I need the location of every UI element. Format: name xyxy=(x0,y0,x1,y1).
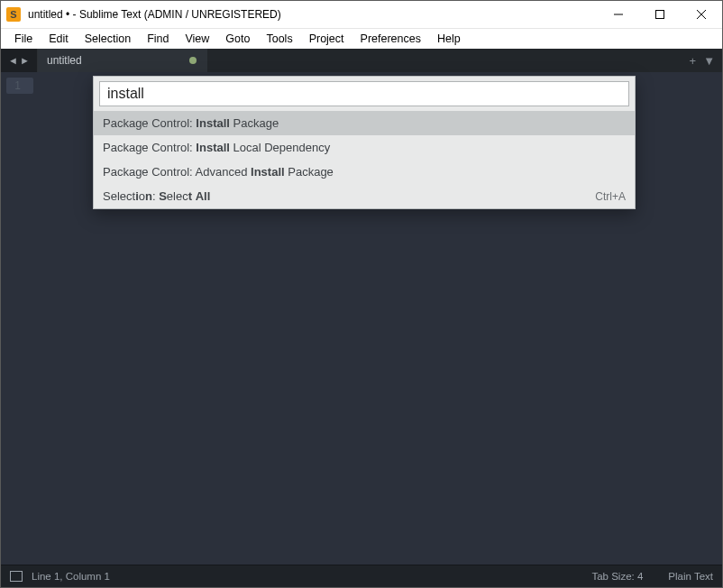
close-button[interactable] xyxy=(681,1,722,28)
maximize-button[interactable] xyxy=(639,1,681,28)
tabrow-right-controls: + ▼ xyxy=(682,49,722,72)
menu-project[interactable]: Project xyxy=(301,31,352,47)
status-left: Line 1, Column 1 xyxy=(10,571,110,582)
command-palette: Package Control: Install Package Package… xyxy=(93,76,636,209)
status-position[interactable]: Line 1, Column 1 xyxy=(32,571,110,582)
menu-file[interactable]: File xyxy=(6,31,41,47)
palette-input[interactable] xyxy=(99,81,629,106)
palette-list: Package Control: Install Package Package… xyxy=(94,111,635,208)
tab-label: untitled xyxy=(47,54,82,67)
dirty-indicator-icon xyxy=(189,57,197,64)
editor-area: 1 Package Control: Install Package Packa… xyxy=(1,72,722,565)
tabrow-spacer xyxy=(208,49,682,72)
app-icon xyxy=(6,7,21,22)
menu-selection[interactable]: Selection xyxy=(77,31,139,47)
tab-row: ◄ ► untitled + ▼ xyxy=(1,49,722,72)
tab-dropdown-icon[interactable]: ▼ xyxy=(703,54,715,68)
window-controls xyxy=(598,1,722,28)
minimize-button[interactable] xyxy=(598,1,639,28)
chevron-right-icon: ► xyxy=(20,55,30,66)
new-tab-icon[interactable]: + xyxy=(690,54,697,68)
app-window: untitled • - Sublime Text (ADMIN / UNREG… xyxy=(0,0,723,588)
panel-toggle-icon[interactable] xyxy=(10,571,23,582)
window-title: untitled • - Sublime Text (ADMIN / UNREG… xyxy=(28,8,598,21)
statusbar: Line 1, Column 1 Tab Size: 4 Plain Text xyxy=(1,565,722,587)
status-tab-size[interactable]: Tab Size: 4 xyxy=(591,571,643,582)
menu-goto[interactable]: Goto xyxy=(217,31,258,47)
svg-rect-1 xyxy=(656,11,664,19)
menu-view[interactable]: View xyxy=(177,31,217,47)
palette-item-advanced-install-package[interactable]: Package Control: Advanced Install Packag… xyxy=(94,160,635,184)
menubar: File Edit Selection Find View Goto Tools… xyxy=(1,29,722,49)
tab-untitled[interactable]: untitled xyxy=(38,49,208,72)
tab-nav-arrows[interactable]: ◄ ► xyxy=(1,49,38,72)
palette-item-install-package[interactable]: Package Control: Install Package xyxy=(94,111,635,135)
menu-find[interactable]: Find xyxy=(139,31,177,47)
palette-item-label: Package Control: Install Package xyxy=(103,116,279,130)
palette-item-install-local-dependency[interactable]: Package Control: Install Local Dependenc… xyxy=(94,135,635,160)
palette-item-shortcut: Ctrl+A xyxy=(595,190,626,203)
titlebar: untitled • - Sublime Text (ADMIN / UNREG… xyxy=(1,1,722,29)
menu-help[interactable]: Help xyxy=(429,31,469,47)
palette-item-select-all[interactable]: Selection: Select All Ctrl+A xyxy=(94,184,635,208)
palette-input-wrap xyxy=(94,77,635,111)
menu-preferences[interactable]: Preferences xyxy=(352,31,429,47)
palette-item-label: Package Control: Install Local Dependenc… xyxy=(103,141,330,154)
menu-tools[interactable]: Tools xyxy=(258,31,300,47)
menu-edit[interactable]: Edit xyxy=(41,31,77,47)
gutter: 1 xyxy=(1,72,39,565)
status-right: Tab Size: 4 Plain Text xyxy=(591,571,713,582)
palette-item-label: Selection: Select All xyxy=(103,189,210,203)
status-syntax[interactable]: Plain Text xyxy=(668,571,713,582)
chevron-left-icon: ◄ xyxy=(8,55,18,66)
palette-item-label: Package Control: Advanced Install Packag… xyxy=(103,165,334,179)
line-number: 1 xyxy=(6,78,33,94)
